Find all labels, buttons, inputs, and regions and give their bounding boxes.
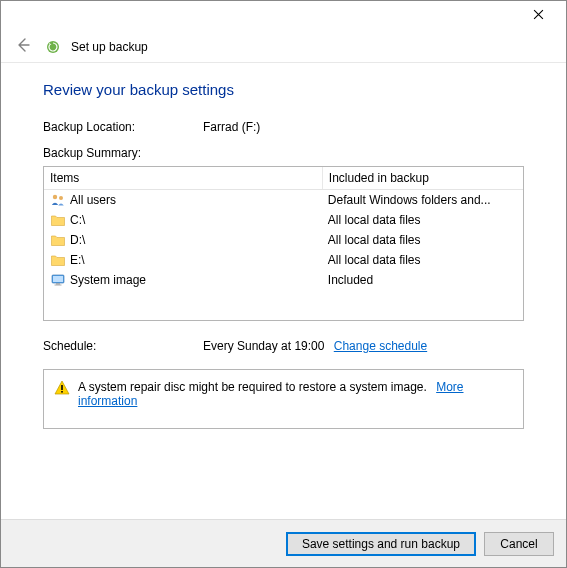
titlebar (1, 1, 566, 31)
item-label: All users (70, 193, 116, 207)
list-item[interactable]: All users Default Windows folders and... (44, 190, 523, 210)
svg-point-2 (59, 196, 63, 200)
back-arrow-icon (15, 37, 31, 56)
svg-rect-5 (56, 284, 60, 285)
item-label: C:\ (70, 213, 85, 227)
warning-box: A system repair disc might be required t… (43, 369, 524, 429)
warning-text-container: A system repair disc might be required t… (78, 380, 513, 408)
col-included-header[interactable]: Included in backup (322, 167, 523, 189)
included-label: Default Windows folders and... (328, 193, 491, 207)
users-icon (50, 192, 66, 208)
included-label: All local data files (328, 213, 421, 227)
cancel-button[interactable]: Cancel (484, 532, 554, 556)
item-label: E:\ (70, 253, 85, 267)
list-item[interactable]: C:\ All local data files (44, 210, 523, 230)
list-item[interactable]: System image Included (44, 270, 523, 290)
item-label: D:\ (70, 233, 85, 247)
backup-location-row: Backup Location: Farrad (F:) (43, 120, 524, 134)
svg-rect-6 (55, 285, 62, 286)
backup-location-value: Farrad (F:) (203, 120, 524, 134)
schedule-value: Every Sunday at 19:00 (203, 339, 324, 353)
svg-rect-7 (61, 385, 63, 390)
included-label: All local data files (328, 233, 421, 247)
list-item[interactable]: E:\ All local data files (44, 250, 523, 270)
svg-rect-8 (61, 391, 63, 393)
monitor-icon (50, 272, 66, 288)
folder-icon (50, 252, 66, 268)
close-icon (533, 9, 544, 23)
list-item[interactable]: D:\ All local data files (44, 230, 523, 250)
wizard-header: Set up backup (1, 31, 566, 63)
list-header: Items Included in backup (44, 167, 523, 190)
included-label: All local data files (328, 253, 421, 267)
col-items-header[interactable]: Items (44, 167, 322, 189)
backup-summary-list[interactable]: Items Included in backup All users Defau… (43, 166, 524, 321)
close-button[interactable] (518, 2, 558, 30)
backup-icon (45, 39, 61, 55)
footer: Save settings and run backup Cancel (1, 519, 566, 567)
page-heading: Review your backup settings (43, 81, 524, 98)
schedule-label: Schedule: (43, 339, 203, 353)
included-label: Included (328, 273, 373, 287)
svg-point-1 (53, 195, 57, 199)
folder-icon (50, 212, 66, 228)
schedule-row: Schedule: Every Sunday at 19:00 Change s… (43, 339, 524, 353)
warning-text: A system repair disc might be required t… (78, 380, 427, 394)
change-schedule-link[interactable]: Change schedule (334, 339, 427, 353)
folder-icon (50, 232, 66, 248)
backup-location-label: Backup Location: (43, 120, 203, 134)
wizard-title: Set up backup (71, 40, 148, 54)
back-button[interactable] (11, 35, 35, 59)
backup-summary-label: Backup Summary: (43, 146, 524, 160)
item-label: System image (70, 273, 146, 287)
svg-rect-4 (53, 276, 63, 282)
content: Review your backup settings Backup Locat… (1, 63, 566, 429)
save-settings-button[interactable]: Save settings and run backup (286, 532, 476, 556)
warning-icon (54, 380, 70, 396)
